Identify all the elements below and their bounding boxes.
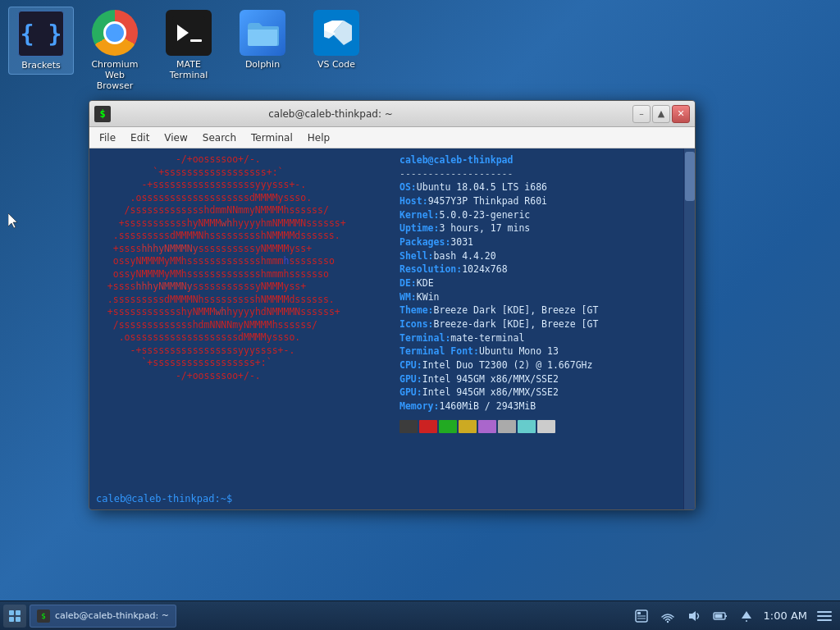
info-memory: Memory: 1460MiB / 2943MiB (399, 399, 677, 413)
desktop: { } Brackets Chromium WebBrowser (0, 0, 840, 630)
info-terminal: Terminal: mate-terminal (399, 331, 677, 345)
terminal-content: -/+oossssoo+/-. `+ssssssssssssssssss+:` … (89, 148, 683, 509)
neofetch-hostname: caleb@caleb-thinkpad (399, 153, 677, 167)
svg-marker-14 (689, 611, 696, 621)
terminal-minimize-button[interactable]: – (632, 105, 651, 123)
desktop-icon-vscode[interactable]: VS Code (304, 7, 369, 73)
info-uptime: Uptime: 3 hours, 17 mins (399, 221, 677, 235)
mate-terminal-icon (166, 10, 212, 56)
taskbar-network-icon[interactable] (659, 607, 677, 625)
swatch-4 (478, 420, 496, 433)
vscode-label: VS Code (317, 59, 355, 70)
terminal-close-button[interactable]: ✕ (672, 105, 690, 123)
info-host: Host: 9457Y3P Thinkpad R60i (399, 194, 677, 208)
info-gpu2: GPU: Intel 945GM x86/MMX/SSE2 (399, 386, 677, 399)
taskbar-menu-line-2 (817, 615, 832, 617)
info-os: OS: Ubuntu 18.04.5 LTS i686 (399, 180, 677, 194)
svg-rect-5 (9, 610, 14, 615)
info-terminal-font: Terminal Font: Ubuntu Mono 13 (399, 345, 677, 358)
neofetch-container: -/+oossssoo+/-. `+ssssssssssssssssss+:` … (96, 153, 677, 488)
cursor (8, 213, 20, 230)
info-cpu: CPU: Intel Duo T2300 (2) @ 1.667GHz (399, 358, 677, 372)
info-de: DE: KDE (399, 276, 677, 290)
svg-rect-7 (9, 617, 14, 622)
terminal-controls: – ▲ ✕ (632, 105, 690, 123)
svg-rect-17 (714, 614, 722, 618)
chromium-icon-img (92, 10, 138, 56)
brackets-icon: { } (18, 11, 64, 57)
menu-help[interactable]: Help (301, 130, 336, 145)
info-gpu1: GPU: Intel 945GM x86/MMX/SSE2 (399, 372, 677, 386)
svg-rect-8 (16, 617, 21, 622)
swatch-7 (537, 420, 555, 433)
terminal-window: $ caleb@caleb-thinkpad: ~ – ▲ ✕ File Edi… (89, 100, 696, 510)
taskbar-volume-icon[interactable] (685, 607, 703, 625)
taskbar-terminal-label: caleb@caleb-thinkpad: ~ (55, 610, 169, 621)
svg-rect-6 (16, 610, 21, 615)
mate-terminal-label: MATE Terminal (159, 59, 218, 80)
terminal-prompt[interactable]: caleb@caleb-thinkpad:~$ (96, 493, 677, 504)
desktop-icon-dolphin[interactable]: Dolphin (230, 7, 295, 73)
taskbar-right: 1:00 AM (632, 607, 837, 625)
mate-terminal-icon-img (166, 10, 212, 56)
svg-point-13 (666, 620, 668, 622)
taskbar-battery-icon[interactable] (711, 607, 729, 625)
menu-terminal[interactable]: Terminal (244, 130, 299, 145)
terminal-titlebar: $ caleb@caleb-thinkpad: ~ – ▲ ✕ (89, 101, 695, 127)
desktop-icons-container: { } Brackets Chromium WebBrowser (0, 0, 840, 102)
color-swatches (399, 420, 677, 433)
svg-marker-18 (742, 611, 751, 619)
terminal-scrollbar[interactable] (683, 148, 695, 509)
desktop-icon-chromium[interactable]: Chromium WebBrowser (82, 7, 148, 95)
dolphin-icon-img (240, 10, 285, 56)
taskbar-menu-line-3 (817, 619, 832, 621)
chromium-label: Chromium WebBrowser (85, 59, 144, 92)
vscode-icon-img (313, 10, 359, 56)
info-wm: WM: KWin (399, 290, 677, 304)
info-theme: Theme: Breeze Dark [KDE], Breeze [GT (399, 304, 677, 317)
terminal-body[interactable]: -/+oossssoo+/-. `+ssssssssssssssssss+:` … (89, 148, 695, 509)
taskbar-clock: 1:00 AM (764, 609, 807, 622)
taskbar-terminal-item[interactable]: $ caleb@caleb-thinkpad: ~ (30, 605, 176, 628)
info-shell: Shell: bash 4.4.20 (399, 249, 677, 263)
neofetch-ascii-art: -/+oossssoo+/-. `+ssssssssssssssssss+:` … (96, 153, 391, 488)
taskbar-terminal-icon: $ (37, 609, 50, 623)
taskbar-storage-icon[interactable] (632, 607, 651, 625)
info-kernel: Kernel: 5.0.0-23-generic (399, 208, 677, 222)
vscode-icon (313, 10, 359, 56)
terminal-maximize-button[interactable]: ▲ (652, 105, 670, 123)
dolphin-icon (240, 10, 285, 56)
dolphin-label: Dolphin (245, 59, 280, 70)
menu-view[interactable]: View (158, 130, 194, 145)
brackets-icon-img: { } (18, 11, 64, 57)
taskbar: $ caleb@caleb-thinkpad: ~ (0, 600, 840, 630)
chromium-icon (92, 10, 138, 56)
swatch-0 (399, 420, 418, 433)
swatch-2 (439, 420, 457, 433)
neofetch-divider: -------------------- (399, 167, 677, 181)
menu-file[interactable]: File (93, 130, 122, 145)
menu-search[interactable]: Search (196, 130, 243, 145)
chromium-inner-circle (103, 21, 126, 44)
taskbar-notification-icon[interactable] (737, 607, 756, 625)
info-packages: Packages: 3031 (399, 235, 677, 249)
desktop-icon-brackets[interactable]: { } Brackets (8, 7, 74, 75)
swatch-1 (419, 420, 437, 433)
swatch-6 (518, 420, 536, 433)
terminal-title-text: caleb@caleb-thinkpad: ~ (89, 108, 632, 120)
menu-edit[interactable]: Edit (124, 130, 156, 145)
info-icons: Icons: Breeze-dark [KDE], Breeze [GT (399, 317, 677, 331)
terminal-menubar: File Edit View Search Terminal Help (89, 127, 695, 148)
brackets-label: Brackets (21, 60, 61, 71)
terminal-scrollbar-thumb[interactable] (685, 152, 695, 201)
taskbar-menu-line-1 (817, 611, 832, 613)
svg-rect-10 (637, 612, 641, 614)
desktop-icon-mate-terminal[interactable]: MATE Terminal (156, 7, 221, 84)
taskbar-apps-button[interactable] (3, 605, 26, 628)
swatch-5 (498, 420, 516, 433)
info-resolution: Resolution: 840x630 (399, 262, 677, 276)
taskbar-menu-button[interactable] (815, 607, 833, 625)
svg-rect-16 (725, 615, 727, 617)
svg-rect-2 (190, 39, 202, 42)
swatch-3 (459, 420, 477, 433)
